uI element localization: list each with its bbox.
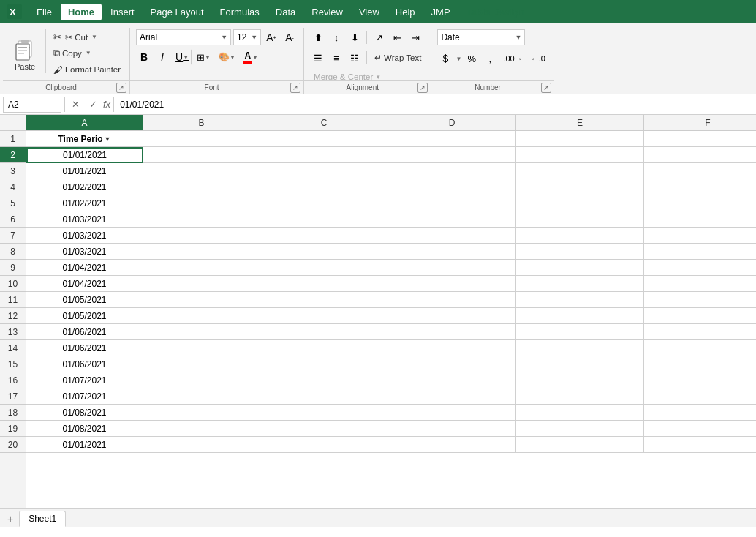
indent-decrease-button[interactable]: ⇤ — [389, 29, 405, 45]
cell-D14[interactable] — [388, 340, 516, 356]
cell-B18[interactable] — [143, 405, 260, 421]
currency-button[interactable]: $ — [437, 50, 453, 67]
indent-increase-button[interactable]: ⇥ — [407, 29, 423, 45]
col-header-B[interactable]: B — [143, 115, 260, 130]
cell-A3[interactable]: 01/01/2021 — [26, 163, 143, 179]
cell-A5[interactable]: 01/02/2021 — [26, 195, 143, 211]
row-header-18[interactable]: 18 — [0, 405, 26, 421]
cell-C20[interactable] — [260, 437, 388, 453]
row-header-19[interactable]: 19 — [0, 421, 26, 437]
align-right-button[interactable]: ☷ — [347, 50, 363, 66]
row-header-1[interactable]: 1 — [0, 131, 26, 147]
row-header-9[interactable]: 9 — [0, 260, 26, 276]
cell-E3[interactable] — [516, 163, 644, 179]
cell-C15[interactable] — [260, 356, 388, 372]
cell-B8[interactable] — [143, 244, 260, 260]
menu-review[interactable]: Review — [304, 4, 350, 20]
cell-C5[interactable] — [260, 195, 388, 211]
cell-D18[interactable] — [388, 405, 516, 421]
cancel-formula-button[interactable]: ✕ — [68, 97, 83, 112]
row-header-16[interactable]: 16 — [0, 372, 26, 388]
align-top-button[interactable]: ⬆ — [310, 29, 326, 45]
cell-A17[interactable]: 01/07/2021 — [26, 388, 143, 405]
align-middle-button[interactable]: ↕ — [328, 29, 344, 45]
cell-F16[interactable] — [644, 372, 756, 388]
underline-button[interactable]: U ▼ — [173, 49, 192, 65]
cell-E2[interactable] — [516, 147, 644, 163]
sheet-tab-sheet1[interactable]: Sheet1 — [19, 511, 66, 527]
cell-D20[interactable] — [388, 437, 516, 453]
cell-F7[interactable] — [644, 228, 756, 244]
cell-B10[interactable] — [143, 276, 260, 292]
cell-D19[interactable] — [388, 421, 516, 437]
cell-E7[interactable] — [516, 228, 644, 244]
alignment-dialog-launcher[interactable]: ↗ — [417, 83, 428, 93]
fill-color-button[interactable]: 🎨 ▼ — [216, 49, 238, 65]
cell-C9[interactable] — [260, 260, 388, 276]
cell-C6[interactable] — [260, 211, 388, 228]
font-shrink-button[interactable]: A- — [281, 29, 298, 45]
cell-A6[interactable]: 01/03/2021 — [26, 211, 143, 228]
cell-A8[interactable]: 01/03/2021 — [26, 244, 143, 260]
cell-E6[interactable] — [516, 211, 644, 228]
cell-B5[interactable] — [143, 195, 260, 211]
text-direction-button[interactable]: ↗ — [371, 29, 387, 45]
clipboard-dialog-launcher[interactable]: ↗ — [116, 83, 126, 93]
cell-D1[interactable] — [388, 131, 516, 147]
cell-F2[interactable] — [644, 147, 756, 163]
cell-E15[interactable] — [516, 356, 644, 372]
cell-B2[interactable] — [143, 147, 260, 163]
cell-A11[interactable]: 01/05/2021 — [26, 292, 143, 308]
cell-A15[interactable]: 01/06/2021 — [26, 356, 143, 372]
cell-C1[interactable] — [260, 131, 388, 147]
cell-A10[interactable]: 01/04/2021 — [26, 276, 143, 292]
cell-C19[interactable] — [260, 421, 388, 437]
font-size-dropdown[interactable]: 12 ▼ — [233, 29, 261, 45]
cell-A16[interactable]: 01/07/2021 — [26, 372, 143, 388]
cell-E4[interactable] — [516, 179, 644, 195]
cell-A7[interactable]: 01/03/2021 — [26, 228, 143, 244]
confirm-formula-button[interactable]: ✓ — [86, 97, 100, 112]
menu-data[interactable]: Data — [268, 4, 303, 20]
cell-D17[interactable] — [388, 388, 516, 405]
cell-E17[interactable] — [516, 388, 644, 405]
cell-B19[interactable] — [143, 421, 260, 437]
col-header-C[interactable]: C — [260, 115, 388, 130]
cell-E16[interactable] — [516, 372, 644, 388]
cell-A9[interactable]: 01/04/2021 — [26, 260, 143, 276]
cell-F19[interactable] — [644, 421, 756, 437]
cell-D3[interactable] — [388, 163, 516, 179]
cell-B11[interactable] — [143, 292, 260, 308]
cell-F6[interactable] — [644, 211, 756, 228]
cell-E19[interactable] — [516, 421, 644, 437]
align-bottom-button[interactable]: ⬇ — [347, 29, 363, 45]
cell-D12[interactable] — [388, 308, 516, 324]
row-header-6[interactable]: 6 — [0, 211, 26, 228]
comma-button[interactable]: , — [482, 50, 498, 67]
menu-file[interactable]: File — [29, 4, 59, 20]
cell-C8[interactable] — [260, 244, 388, 260]
row-header-11[interactable]: 11 — [0, 292, 26, 308]
cell-F1[interactable] — [644, 131, 756, 147]
align-center-button[interactable]: ≡ — [328, 50, 344, 66]
cell-C4[interactable] — [260, 179, 388, 195]
cell-C2[interactable] — [260, 147, 388, 163]
menu-help[interactable]: Help — [388, 4, 423, 20]
italic-button[interactable]: I — [154, 49, 170, 65]
cell-D9[interactable] — [388, 260, 516, 276]
cell-B15[interactable] — [143, 356, 260, 372]
cell-C14[interactable] — [260, 340, 388, 356]
cell-D2[interactable] — [388, 147, 516, 163]
paste-button[interactable]: Paste — [9, 29, 41, 80]
cell-B17[interactable] — [143, 388, 260, 405]
row-header-14[interactable]: 14 — [0, 340, 26, 356]
cell-C13[interactable] — [260, 324, 388, 340]
row-header-5[interactable]: 5 — [0, 195, 26, 211]
cell-reference-box[interactable]: A2 — [3, 97, 61, 113]
menu-page-layout[interactable]: Page Layout — [143, 4, 211, 20]
cell-D7[interactable] — [388, 228, 516, 244]
cell-E1[interactable] — [516, 131, 644, 147]
cell-A2[interactable]: 01/01/2021 — [26, 147, 143, 163]
menu-home[interactable]: Home — [61, 4, 102, 20]
cell-C12[interactable] — [260, 308, 388, 324]
